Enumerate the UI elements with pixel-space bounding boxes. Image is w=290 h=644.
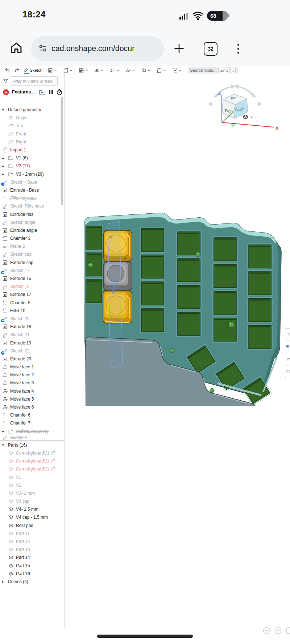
pattern-tool-button[interactable] (79, 67, 91, 74)
feature-item[interactable]: Plane 2 (0, 242, 64, 250)
tab-switcher-button[interactable]: 32 (204, 42, 218, 56)
document-tool-button[interactable] (157, 67, 169, 74)
home-button[interactable] (9, 41, 25, 57)
feature-item[interactable]: Extrude 19 (0, 339, 64, 347)
stopwatch-icon[interactable] (56, 89, 63, 95)
chevron-down-icon[interactable]: ▾ (2, 443, 8, 447)
pause-icon[interactable] (49, 89, 53, 95)
flyout-face-tool-button[interactable] (285, 353, 290, 365)
zoom-out-icon[interactable] (262, 627, 270, 635)
insert-tool-button[interactable] (172, 67, 184, 74)
feature-item[interactable]: Chamfer 6 (0, 411, 64, 419)
part-item[interactable]: Part 12 (0, 538, 64, 545)
search-tools-button[interactable]: Search tools... alt/⌥ c (188, 67, 238, 74)
feature-item[interactable]: Extrude cap (0, 259, 64, 267)
feature-item[interactable]: Move face 5 (0, 395, 64, 403)
feature-item[interactable]: Sketch cap (0, 250, 64, 258)
feature-item[interactable]: ▸V3 - 2mm (29) (0, 170, 64, 178)
part-item[interactable]: V2 (0, 481, 64, 489)
keyboard-model[interactable]: F5 A Plane 10 (65, 203, 290, 406)
feature-item[interactable]: Move face 1 (0, 363, 64, 371)
undo-button[interactable] (3, 67, 11, 74)
feature-item[interactable]: Sketch Ribs base (0, 202, 64, 210)
url-bar[interactable]: cad.onshape.com/docur (31, 36, 164, 61)
feature-item[interactable]: Move face 3 (0, 379, 64, 387)
sheet-metal-tool-button[interactable] (141, 67, 153, 74)
rollback-icon[interactable] (3, 89, 9, 95)
feature-item[interactable]: Origin (0, 114, 64, 122)
part-item[interactable]: Part 13 (0, 545, 64, 553)
part-item[interactable]: V3 cap (0, 497, 64, 505)
feature-item[interactable]: ▸V2 (11) (0, 162, 64, 170)
feature-item[interactable]: Extrude ribs (0, 210, 64, 218)
extrude-tool-button[interactable] (47, 67, 59, 74)
view-cube[interactable]: Top Front Right Z X Y (203, 81, 290, 134)
curves-header[interactable]: ▸Curves (4) (0, 578, 64, 586)
menu-button[interactable] (236, 42, 240, 55)
create-folder-icon[interactable] (39, 89, 46, 95)
zoom-in-icon[interactable] (274, 627, 282, 635)
part-item[interactable]: V1 (0, 473, 64, 481)
feature-item[interactable]: ▸Кабельканал (8) (0, 427, 64, 435)
feature-item[interactable]: Sketch 17 (0, 267, 64, 275)
plane-tool-button[interactable] (125, 67, 137, 74)
feature-item[interactable]: Extrude 17 (0, 290, 64, 298)
fit-view-icon[interactable] (286, 627, 290, 635)
feature-item[interactable]: Top (0, 122, 64, 130)
feature-item[interactable]: ▸V1 (6) (0, 154, 64, 162)
page-info-icon[interactable] (38, 44, 47, 53)
new-tab-button[interactable] (173, 43, 185, 54)
part-item[interactable]: Part 16 (0, 570, 64, 578)
feature-item[interactable]: Move face 4 (0, 387, 64, 395)
part-item[interactable]: Part 11 (0, 530, 64, 538)
feature-item[interactable]: Sketch 2 (0, 435, 64, 440)
fillet-tool-button[interactable] (63, 67, 75, 74)
feature-item[interactable]: Chamfer 5 (0, 299, 64, 307)
part-item[interactable]: Rest pad (0, 522, 64, 530)
chevron-right-icon[interactable]: ▸ (2, 172, 8, 176)
feature-item[interactable]: Front (0, 130, 64, 138)
feature-item[interactable]: Extrude 15 (0, 275, 64, 283)
part-item[interactable]: Part 14 (0, 553, 64, 561)
feature-item[interactable]: Sketch 19 (0, 283, 64, 290)
gesture-bar[interactable] (97, 635, 193, 638)
redo-button[interactable] (13, 67, 21, 74)
feature-item[interactable]: Chamfer 3 (0, 234, 64, 242)
flyout-move-face-button[interactable] (285, 329, 290, 341)
flyout-selected-tool-button[interactable] (285, 341, 290, 353)
feature-item[interactable]: Sketch angle (0, 218, 64, 226)
feature-item[interactable]: Fillet keycaps (0, 194, 64, 202)
flyout-flag-tool-button[interactable] (285, 365, 290, 377)
feature-item[interactable]: Chamfer 7 (0, 419, 64, 427)
feature-item[interactable]: Extrude angle (0, 226, 64, 234)
feature-item[interactable]: Move face 2 (0, 371, 64, 379)
part-item[interactable]: V4- 1.5 mm (0, 505, 64, 513)
chevron-right-icon[interactable]: ▸ (2, 580, 8, 584)
feature-item[interactable]: Sketch - Base (0, 178, 64, 186)
feature-item[interactable]: Sketch 22 (0, 347, 64, 355)
feature-item[interactable]: Right (0, 138, 64, 146)
part-item[interactable]: CorneKyboardV1 v7 (0, 457, 64, 465)
boolean-tool-button[interactable] (94, 67, 106, 74)
feature-item[interactable]: Move face 6 (0, 403, 64, 411)
feature-item[interactable]: Sketch 21 (0, 331, 64, 339)
parts-header[interactable]: ▾Parts (16) (0, 441, 64, 449)
chevron-down-icon[interactable]: ▾ (2, 108, 8, 112)
feature-item[interactable]: Fillet 10 (0, 307, 64, 315)
feature-item[interactable]: Extrude - Base (0, 186, 64, 194)
part-item[interactable]: V4 cap - 1.5 mm (0, 513, 64, 521)
feature-item[interactable]: Import 1 (0, 146, 64, 154)
chevron-right-icon[interactable]: ▸ (2, 164, 8, 168)
part-item[interactable]: Part 15 (0, 562, 64, 570)
revolve-tool-button[interactable] (110, 67, 122, 74)
part-item[interactable]: V3- 2 mm (0, 489, 64, 497)
chevron-right-icon[interactable]: ▸ (2, 429, 8, 433)
feature-item[interactable]: Sketch 20 (0, 315, 64, 323)
feature-item[interactable]: Extrude 20 (0, 355, 64, 363)
part-item[interactable]: CorneKyboardV1 v7 (0, 465, 64, 473)
filter-input[interactable] (10, 76, 58, 86)
view-options-button[interactable] (242, 114, 253, 120)
feature-item[interactable]: Extrude 18 (0, 323, 64, 331)
feature-item[interactable]: ▾Default geometry (0, 106, 64, 114)
chevron-right-icon[interactable]: ▸ (2, 156, 8, 160)
